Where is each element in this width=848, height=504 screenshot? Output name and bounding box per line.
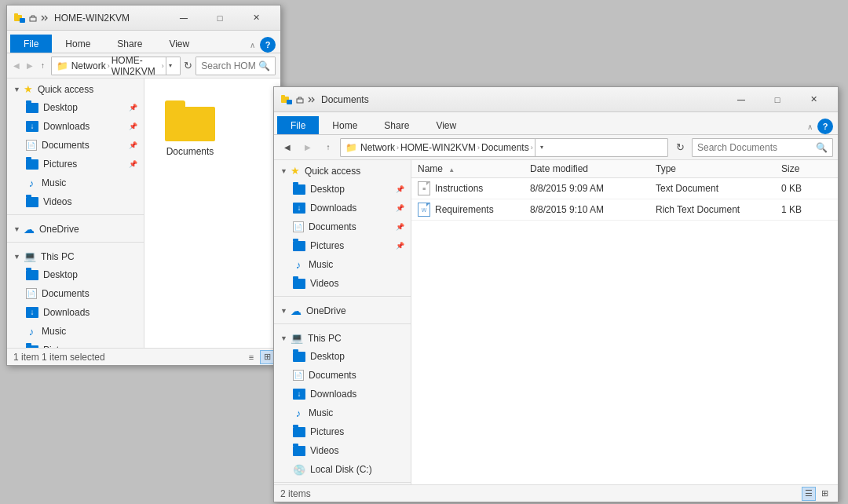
- table-row[interactable]: ≡ Instructions 8/8/2015 9:09 AM Text Doc…: [411, 178, 838, 199]
- title-bar-icons-2: [280, 93, 315, 106]
- refresh-btn-2[interactable]: ↻: [671, 139, 689, 156]
- close-btn-1[interactable]: ✕: [238, 5, 274, 31]
- main-area-2: ▼ ★ Quick access Desktop 📌 ↓ Downloads 📌…: [274, 160, 838, 484]
- tab-view-1[interactable]: View: [155, 35, 203, 53]
- sidebar-item-documents-2[interactable]: 📄 Documents 📌: [274, 217, 411, 236]
- sidebar-item-music-pc-2[interactable]: ♪ Music: [274, 404, 411, 422]
- up-btn-2[interactable]: ↑: [320, 139, 337, 156]
- col-type[interactable]: Type: [649, 160, 775, 178]
- sidebar-item-documents-1[interactable]: 📄 Documents 📌: [7, 136, 144, 155]
- refresh-btn-1[interactable]: ↻: [184, 57, 193, 75]
- tab-home-1[interactable]: Home: [52, 35, 104, 53]
- minimize-btn-1[interactable]: ─: [166, 5, 202, 31]
- search-box-2[interactable]: 🔍: [692, 138, 833, 157]
- sidebar-item-docs-pc-2[interactable]: 📄 Documents: [274, 366, 411, 385]
- col-name[interactable]: Name ▲: [411, 160, 524, 178]
- ribbon-collapse-2[interactable]: ∧: [807, 122, 813, 131]
- address-part-network-2[interactable]: Network: [360, 142, 395, 153]
- folder-icon-desktop-pc-2: [293, 352, 305, 362]
- music-icon-pc-2: ♪: [293, 407, 304, 418]
- tab-share-1[interactable]: Share: [104, 35, 155, 53]
- sidebar-item-desktop-pc-1[interactable]: Desktop: [7, 265, 144, 284]
- file-type-cell-2: Rich Text Document: [649, 199, 775, 221]
- col-date[interactable]: Date modified: [524, 160, 649, 178]
- view-btn-list-1[interactable]: ≡: [244, 350, 258, 364]
- help-btn-2[interactable]: ?: [817, 119, 833, 134]
- sidebar-item-desktop-2[interactable]: Desktop 📌: [274, 180, 411, 199]
- maximize-btn-1[interactable]: □: [202, 5, 238, 31]
- sidebar-item-videos-1[interactable]: Videos: [7, 192, 144, 211]
- search-input-1[interactable]: [201, 60, 255, 71]
- address-box-1[interactable]: 📁 Network › HOME-WIN2KVM › ▾: [51, 57, 181, 75]
- help-btn-1[interactable]: ?: [260, 37, 276, 53]
- svg-rect-6: [287, 100, 292, 104]
- view-btn-details-2[interactable]: ☰: [802, 487, 816, 501]
- address-dropdown-2[interactable]: ▾: [535, 138, 549, 157]
- table-row[interactable]: W Requirements 8/8/2015 9:10 AM Rich Tex…: [411, 199, 838, 221]
- sidebar-section-quick-2[interactable]: ▼ ★ Quick access: [274, 160, 411, 180]
- sidebar-item-desktop-1[interactable]: Desktop 📌: [7, 98, 144, 117]
- sidebar-item-videos-pc-2[interactable]: Videos: [274, 441, 411, 460]
- sidebar-item-downloads-pc-1[interactable]: ↓ Downloads: [7, 303, 144, 322]
- sidebar-item-pictures-1[interactable]: Pictures 📌: [7, 155, 144, 173]
- sidebar-item-music-pc-1[interactable]: ♪ Music: [7, 322, 144, 341]
- svg-rect-1: [14, 13, 18, 16]
- sidebar-item-localdisk-2[interactable]: 💿 Local Disk (C:): [274, 460, 411, 479]
- address-dropdown-1[interactable]: ▾: [166, 57, 175, 75]
- tab-file-2[interactable]: File: [277, 116, 319, 134]
- music-icon: ♪: [26, 177, 37, 188]
- title-text-1: HOME-WIN2KVM: [54, 13, 166, 24]
- quick-toolbar-icon2: [40, 14, 48, 22]
- back-btn-1[interactable]: ◀: [12, 57, 22, 75]
- sidebar-item-videos-2[interactable]: Videos: [274, 274, 411, 293]
- sidebar-item-docs-pc-1[interactable]: 📄 Documents: [7, 284, 144, 303]
- folder-documents-large[interactable]: Documents: [151, 85, 229, 173]
- disk-icon-2: 💿: [293, 464, 305, 476]
- sidebar-item-music-1[interactable]: ♪ Music: [7, 173, 144, 192]
- window-icon-2: [280, 93, 293, 106]
- view-btn-grid-1[interactable]: ⊞: [260, 350, 274, 364]
- doc-icon-2: 📄: [293, 221, 304, 232]
- sidebar-item-pictures-pc-1[interactable]: Pictures: [7, 341, 144, 348]
- minimize-btn-2[interactable]: ─: [723, 87, 759, 112]
- up-btn-1[interactable]: ↑: [38, 57, 48, 75]
- ribbon-collapse-1[interactable]: ∧: [250, 41, 255, 49]
- sidebar-item-downloads-2[interactable]: ↓ Downloads 📌: [274, 199, 411, 217]
- address-part-computer-1[interactable]: HOME-WIN2KVM: [111, 55, 160, 77]
- view-btn-large-2[interactable]: ⊞: [817, 487, 832, 501]
- address-part-network-1[interactable]: Network: [71, 60, 106, 71]
- sidebar-section-onedrive-1[interactable]: ▼ ☁ OneDrive: [7, 218, 144, 239]
- sidebar-item-pictures-2[interactable]: Pictures 📌: [274, 236, 411, 255]
- close-btn-2[interactable]: ✕: [795, 87, 832, 112]
- forward-btn-2[interactable]: ▶: [299, 139, 316, 156]
- sidebar-section-quick-1[interactable]: ▼ ★ Quick access: [7, 79, 144, 98]
- sidebar-item-pictures-pc-2[interactable]: Pictures: [274, 422, 411, 441]
- onedrive-icon-2: ☁: [291, 305, 302, 317]
- sidebar-section-thispc-2[interactable]: ▼ 💻 This PC: [274, 327, 411, 347]
- svg-rect-7: [297, 99, 303, 103]
- search-box-1[interactable]: 🔍: [196, 57, 276, 75]
- sidebar-section-thispc-1[interactable]: ▼ 💻 This PC: [7, 246, 144, 265]
- address-box-2[interactable]: 📁 Network › HOME-WIN2KVM › Documents › ▾: [340, 138, 668, 157]
- sidebar-item-music-2[interactable]: ♪ Music: [274, 255, 411, 274]
- file-list-body: ≡ Instructions 8/8/2015 9:09 AM Text Doc…: [411, 178, 838, 221]
- sidebar-item-downloads-pc-2[interactable]: ↓ Downloads: [274, 385, 411, 404]
- address-part-documents-2[interactable]: Documents: [481, 142, 529, 153]
- tab-file-1[interactable]: File: [10, 35, 52, 53]
- back-btn-2[interactable]: ◀: [279, 139, 296, 156]
- doc-icon-pc: 📄: [26, 288, 37, 299]
- sidebar-section-onedrive-2[interactable]: ▼ ☁ OneDrive: [274, 300, 411, 320]
- sidebar-item-desktop-pc-2[interactable]: Desktop: [274, 347, 411, 366]
- search-input-2[interactable]: [697, 142, 813, 153]
- forward-btn-1[interactable]: ▶: [25, 57, 35, 75]
- tab-share-2[interactable]: Share: [371, 116, 422, 134]
- folder-icon-videos-pc-2: [293, 446, 305, 456]
- ribbon-tab-row-2: File Home Share View ∧ ?: [274, 112, 838, 134]
- download-icon-pc-2: ↓: [293, 389, 305, 400]
- address-part-computer-2[interactable]: HOME-WIN2KVM: [400, 142, 476, 153]
- tab-view-2[interactable]: View: [422, 116, 470, 134]
- tab-home-2[interactable]: Home: [319, 116, 371, 134]
- col-size[interactable]: Size: [775, 160, 838, 178]
- maximize-btn-2[interactable]: □: [759, 87, 795, 112]
- sidebar-item-downloads-1[interactable]: ↓ Downloads 📌: [7, 117, 144, 136]
